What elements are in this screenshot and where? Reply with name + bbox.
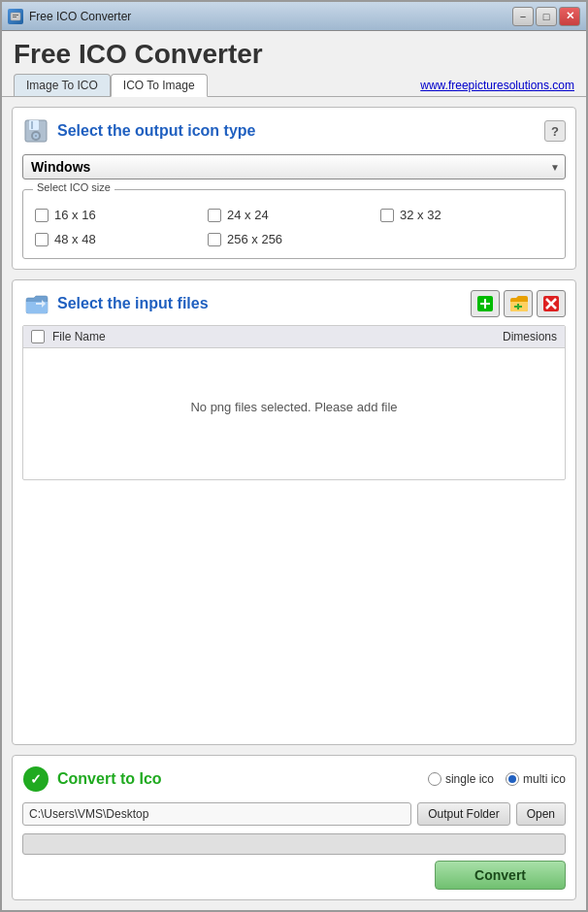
add-folder-button[interactable] bbox=[504, 290, 533, 317]
size-checkbox-48[interactable] bbox=[35, 233, 49, 246]
size-label-32: 32 x 32 bbox=[400, 208, 441, 222]
tabs-row: Image To ICO ICO To Image www.freepictur… bbox=[2, 74, 586, 97]
size-grid: 16 x 16 24 x 24 32 x 32 48 x 48 bbox=[35, 208, 553, 246]
website-link[interactable]: www.freepicturesolutions.com bbox=[420, 79, 574, 96]
size-checkbox-256[interactable] bbox=[208, 233, 221, 246]
icon-type-header: Select the output icon type ? bbox=[22, 117, 566, 145]
minimize-button[interactable]: − bbox=[512, 7, 534, 26]
icon-type-dropdown-wrapper: Windows Mac OS Linux ▼ bbox=[22, 154, 566, 179]
icon-type-dropdown[interactable]: Windows Mac OS Linux bbox=[22, 154, 566, 179]
ico-size-group: Select ICO size 16 x 16 24 x 24 32 x 32 bbox=[22, 189, 566, 259]
file-table: File Name Dimesions No png files selecte… bbox=[22, 325, 566, 480]
add-file-button[interactable] bbox=[471, 290, 500, 317]
app-icon bbox=[8, 9, 23, 24]
tabs: Image To ICO ICO To Image bbox=[14, 74, 208, 96]
svg-rect-4 bbox=[29, 120, 39, 130]
remove-file-button[interactable] bbox=[537, 290, 566, 317]
size-label-48: 48 x 48 bbox=[54, 232, 96, 246]
tab-image-to-ico[interactable]: Image To ICO bbox=[14, 74, 111, 96]
size-item-256: 256 x 256 bbox=[208, 232, 380, 246]
convert-title: Convert to Ico bbox=[57, 770, 428, 788]
size-label-256: 256 x 256 bbox=[227, 232, 282, 246]
svg-rect-5 bbox=[31, 121, 33, 129]
single-ico-option[interactable]: single ico bbox=[428, 772, 494, 786]
main-content: Select the output icon type ? Windows Ma… bbox=[2, 97, 586, 910]
convert-btn-row: Convert bbox=[22, 861, 566, 890]
col-filename: File Name bbox=[52, 330, 452, 343]
convert-header: ✓ Convert to Ico single ico multi ico bbox=[22, 765, 566, 793]
multi-ico-radio[interactable] bbox=[506, 772, 519, 786]
select-all-checkbox[interactable] bbox=[31, 330, 45, 343]
multi-ico-option[interactable]: multi ico bbox=[506, 772, 566, 786]
convert-panel: ✓ Convert to Ico single ico multi ico O bbox=[12, 755, 576, 900]
empty-message: No png files selected. Please add file bbox=[190, 400, 397, 414]
svg-rect-1 bbox=[13, 15, 18, 16]
app-title: Free ICO Converter bbox=[2, 31, 586, 74]
size-label-16: 16 x 16 bbox=[54, 208, 96, 222]
input-files-header: Select the input files bbox=[22, 290, 566, 317]
size-item-48: 48 x 48 bbox=[35, 232, 208, 246]
icon-type-title: Select the output icon type bbox=[57, 122, 544, 140]
open-button[interactable]: Open bbox=[516, 802, 566, 826]
multi-ico-label: multi ico bbox=[523, 772, 566, 786]
convert-progress-bar-container bbox=[22, 833, 566, 855]
window-controls: − □ ✕ bbox=[512, 7, 580, 26]
close-button[interactable]: ✕ bbox=[559, 7, 580, 26]
file-table-empty: No png files selected. Please add file bbox=[23, 348, 565, 465]
single-ico-radio[interactable] bbox=[428, 772, 441, 786]
convert-check-icon: ✓ bbox=[22, 765, 49, 793]
convert-button[interactable]: Convert bbox=[435, 861, 566, 890]
size-checkbox-24[interactable] bbox=[208, 209, 221, 222]
size-item-32: 32 x 32 bbox=[380, 208, 553, 222]
single-ico-label: single ico bbox=[445, 772, 494, 786]
size-checkbox-32[interactable] bbox=[380, 209, 394, 222]
file-toolbar bbox=[471, 290, 566, 317]
input-files-title: Select the input files bbox=[57, 295, 471, 312]
svg-rect-2 bbox=[13, 16, 16, 17]
size-item-24: 24 x 24 bbox=[208, 208, 380, 222]
ico-mode-group: single ico multi ico bbox=[428, 772, 566, 786]
folder-icon bbox=[22, 290, 49, 317]
group-label: Select ICO size bbox=[33, 181, 114, 193]
output-row: Output Folder Open bbox=[22, 802, 566, 826]
app-window: Free ICO Converter − □ ✕ Free ICO Conver… bbox=[0, 0, 588, 912]
disk-icon bbox=[22, 117, 49, 145]
input-files-panel: Select the input files bbox=[12, 279, 576, 745]
svg-point-8 bbox=[35, 135, 37, 137]
svg-rect-12 bbox=[480, 303, 490, 305]
title-bar: Free ICO Converter − □ ✕ bbox=[2, 2, 586, 31]
size-item-16: 16 x 16 bbox=[35, 208, 208, 222]
title-bar-text: Free ICO Converter bbox=[29, 10, 512, 23]
size-checkbox-16[interactable] bbox=[35, 209, 49, 222]
output-path-input[interactable] bbox=[22, 802, 411, 826]
size-label-24: 24 x 24 bbox=[227, 208, 269, 222]
icon-type-panel: Select the output icon type ? Windows Ma… bbox=[12, 107, 576, 270]
col-dimensions: Dimesions bbox=[460, 330, 557, 343]
maximize-button[interactable]: □ bbox=[536, 7, 557, 26]
tab-ico-to-image[interactable]: ICO To Image bbox=[111, 74, 208, 97]
svg-rect-14 bbox=[514, 306, 522, 308]
output-folder-button[interactable]: Output Folder bbox=[417, 802, 509, 826]
help-button[interactable]: ? bbox=[544, 120, 566, 142]
file-table-header: File Name Dimesions bbox=[23, 326, 565, 348]
